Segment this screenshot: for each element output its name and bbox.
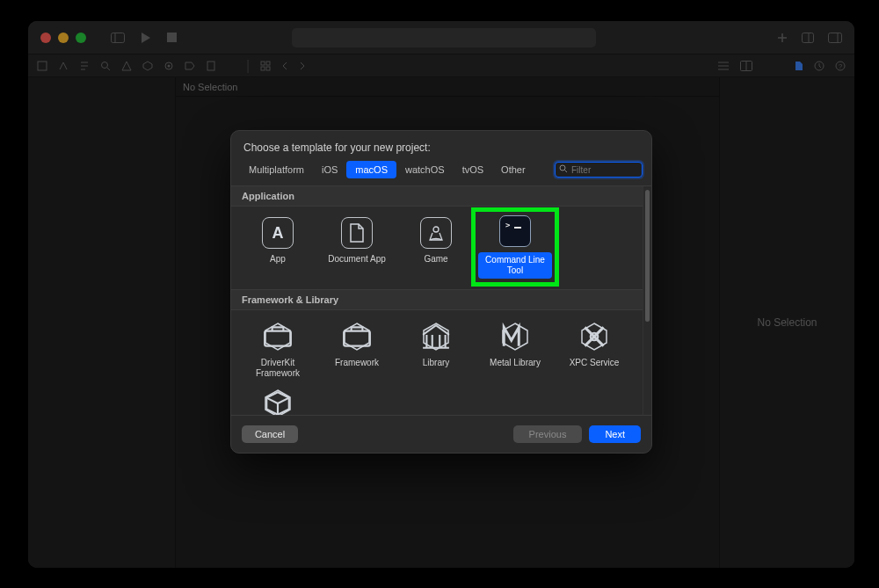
- template-framework[interactable]: Framework: [319, 319, 395, 382]
- template-label: Command Line Tool: [478, 252, 552, 279]
- template-driverkit-framework[interactable]: DriverKit Framework: [240, 319, 316, 382]
- template-bundle[interactable]: Bundle: [240, 386, 316, 415]
- template-label: Framework: [335, 358, 379, 368]
- platform-tab-macos[interactable]: macOS: [346, 161, 396, 178]
- template-xpc-service[interactable]: XPC Service: [556, 319, 632, 382]
- xcode-window: | ? No Selection No Selection Choose a t…: [28, 21, 854, 568]
- template-document-app[interactable]: Document App: [319, 215, 395, 279]
- template-app[interactable]: A App: [240, 215, 316, 279]
- document-icon: [341, 217, 373, 249]
- svg-rect-28: [265, 331, 291, 346]
- template-library[interactable]: Library: [398, 319, 474, 382]
- filter-icon: [559, 164, 568, 175]
- template-filter-input[interactable]: [571, 165, 683, 175]
- template-scroll-area: Application A App Document App: [231, 185, 651, 416]
- template-label: XPC Service: [570, 358, 620, 368]
- app-icon: A: [262, 217, 294, 249]
- platform-tab-tvos[interactable]: tvOS: [454, 161, 492, 178]
- template-label: Metal Library: [490, 358, 541, 368]
- template-label: App: [270, 254, 286, 265]
- xpc-icon: [578, 321, 610, 352]
- template-command-line-tool[interactable]: > Command Line Tool: [471, 207, 559, 287]
- terminal-icon: >: [499, 215, 531, 247]
- previous-button[interactable]: Previous: [513, 425, 583, 443]
- platform-tabs: Multiplatform iOS macOS watchOS tvOS Oth…: [231, 161, 651, 185]
- svg-point-24: [560, 165, 565, 171]
- template-grid-application: A App Document App Game: [231, 207, 643, 289]
- new-project-sheet: Choose a template for your new project: …: [230, 130, 652, 454]
- platform-tab-ios[interactable]: iOS: [313, 161, 346, 178]
- library-icon: [420, 321, 452, 352]
- svg-line-25: [565, 171, 568, 173]
- template-label: Document App: [328, 254, 386, 265]
- sheet-title: Choose a template for your new project:: [231, 131, 651, 161]
- platform-tab-watchos[interactable]: watchOS: [396, 161, 454, 178]
- template-metal-library[interactable]: Metal Library: [477, 319, 553, 382]
- section-header-framework: Framework & Library: [231, 289, 643, 310]
- sheet-scrollbar-thumb[interactable]: [645, 190, 650, 322]
- bundle-icon: [262, 388, 294, 415]
- metal-icon: [499, 321, 531, 352]
- platform-tab-other[interactable]: Other: [492, 161, 534, 178]
- template-game[interactable]: Game: [398, 215, 474, 279]
- template-grid-framework: DriverKit Framework Framework: [231, 310, 643, 415]
- svg-rect-30: [344, 331, 370, 346]
- sheet-footer: Cancel Previous Next: [231, 416, 651, 453]
- cancel-button[interactable]: Cancel: [242, 425, 298, 443]
- template-label: Library: [423, 358, 450, 368]
- template-filter-field[interactable]: [555, 162, 643, 178]
- game-icon: [420, 217, 452, 249]
- platform-tab-multiplatform[interactable]: Multiplatform: [240, 161, 313, 178]
- svg-point-26: [433, 227, 439, 232]
- toolbox-icon: [341, 321, 373, 352]
- template-label: DriverKit Framework: [241, 358, 315, 379]
- sheet-scrollbar[interactable]: [643, 186, 651, 415]
- toolbox-icon: [262, 321, 294, 352]
- section-header-application: Application: [231, 186, 643, 207]
- next-button[interactable]: Next: [589, 425, 641, 443]
- template-label: Game: [424, 254, 447, 265]
